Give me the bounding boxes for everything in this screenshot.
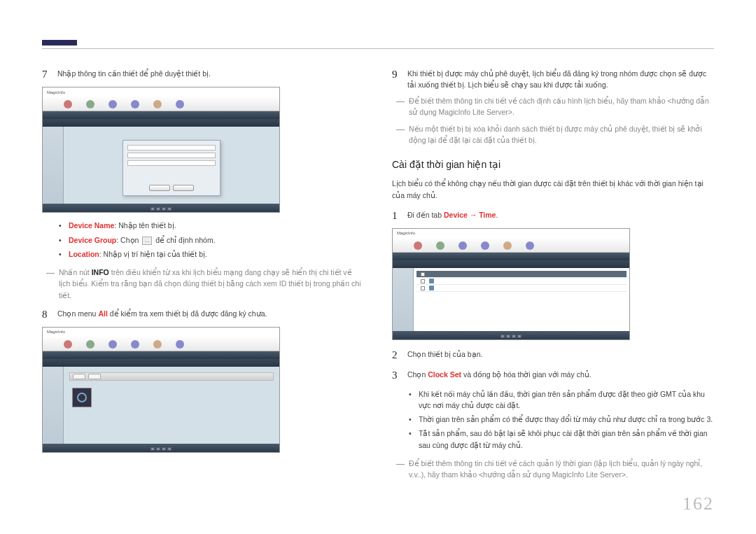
ss-tbtn: [73, 374, 85, 379]
ss-nav-icon: [153, 100, 162, 108]
screenshot-all-menu: MagicInfo: [42, 327, 280, 453]
bullet-item: • Khi kết nối máy chủ lần đầu, thời gian…: [409, 388, 714, 412]
ss-nav-icon: [176, 340, 184, 349]
ss-ok-button: [149, 185, 170, 191]
bullet-location: • Location: Nhập vị trí hiện tại của thi…: [59, 248, 364, 260]
ss-nav-icon: [526, 241, 534, 250]
label-device-name: Device Name: [69, 221, 114, 230]
step-number: 2: [392, 347, 407, 363]
ss-field: [127, 145, 216, 150]
ss-dialog: [122, 140, 220, 196]
step-text: Chọn Clock Set và đồng bộ hóa thời gian …: [407, 367, 714, 380]
ss-device-thumb: [72, 388, 92, 407]
ss-checkbox: [421, 279, 425, 283]
ss-row-icon: [429, 279, 434, 283]
ss-titlebar: MagicInfo: [43, 328, 279, 337]
step-text: Đi đến tab Device → Time.: [407, 208, 714, 220]
ss-footer: [43, 204, 279, 212]
page-number: 162: [682, 493, 714, 514]
ss-nav-icon: [481, 241, 489, 250]
step-1: 1 Đi đến tab Device → Time.: [392, 208, 714, 224]
ss-titlebar: MagicInfo: [43, 87, 279, 97]
t: Chọn: [407, 370, 428, 379]
intro-text: Lịch biểu có thể không chạy nếu thời gia…: [392, 178, 714, 201]
ss-nav-icon: [108, 100, 117, 108]
text: : Nhập tên thiết bị.: [114, 221, 176, 230]
note-text: Để biết thêm thông tin chi tiết về cách …: [409, 458, 714, 481]
ss-sidebar: [393, 268, 414, 337]
ss-tabbar: [393, 253, 629, 260]
bullet-marker: •: [409, 388, 419, 412]
ss-table-header: [416, 271, 626, 278]
screenshot-device-time: MagicInfo: [392, 228, 630, 340]
ss-field: [127, 160, 216, 166]
header-accent-bar: [42, 40, 77, 45]
bullet-device-group: • Device Group: Chọn … để chỉ định nhóm.: [59, 234, 364, 246]
content-columns: 7 Nhập thông tin cần thiết để phê duyệt …: [42, 66, 714, 486]
ss-nav-icon: [503, 241, 512, 250]
ss-toolbar: [393, 239, 629, 253]
ss-row-icon: [429, 286, 434, 290]
step-8: 8 Chọn menu All để kiểm tra xem thiết bị…: [42, 307, 364, 323]
bullet-marker: •: [59, 234, 69, 246]
ss-subbar: [43, 359, 279, 367]
ss-toolbar: [43, 337, 279, 351]
ss-footer-icons: [151, 207, 172, 211]
ss-table-row: [416, 278, 626, 285]
step-text: Chọn menu All để kiểm tra xem thiết bị đ…: [57, 307, 364, 319]
ss-footer-icons: [501, 335, 522, 338]
device-time-label: Device → Time: [444, 211, 496, 219]
ss-main: [64, 127, 279, 209]
bullet-item: • Thời gian trên sản phẩm có thể được th…: [409, 414, 714, 425]
ss-nav-icon: [436, 241, 444, 250]
note-schedule-config: ― Để biết thêm thông tin chi tiết về các…: [396, 95, 714, 118]
step-text: Chọn thiết bị của bạn.: [407, 347, 714, 360]
step-number: 7: [42, 66, 57, 83]
ss-field: [127, 153, 216, 158]
all-label: All: [98, 309, 107, 318]
note-text: Nhấn nút INFO trên điều khiển từ xa khi …: [59, 267, 364, 301]
step-number: 9: [392, 66, 407, 83]
ss-sidebar: [43, 127, 64, 209]
ss-brand: MagicInfo: [47, 329, 65, 335]
bullet-item: • Tắt sản phẩm, sau đó bật lại sẽ khôi p…: [409, 428, 714, 451]
ss-subbar: [393, 260, 629, 268]
header-divider: [42, 48, 714, 49]
time-bullets: • Khi kết nối máy chủ lần đầu, thời gian…: [409, 388, 714, 451]
ss-table-row: [416, 285, 626, 292]
label-device-group: Device Group: [69, 236, 116, 244]
step-text: Khi thiết bị được máy chủ phê duyệt, lịc…: [407, 66, 714, 91]
ss-checkbox: [421, 272, 425, 276]
ss-footer: [393, 331, 629, 339]
ss-subbar: [43, 119, 279, 127]
dash-icon: ―: [396, 95, 409, 118]
t: để kiểm tra xem thiết bị đã được đăng ký…: [108, 309, 267, 318]
ss-body: [393, 268, 629, 337]
ss-nav-icon: [86, 100, 94, 108]
right-column: 9 Khi thiết bị được máy chủ phê duyệt, l…: [392, 66, 714, 486]
ss-brand: MagicInfo: [397, 230, 415, 237]
ss-nav-icon: [131, 340, 139, 349]
ss-nav-icon: [176, 100, 184, 108]
t: Nhấn nút: [59, 268, 92, 276]
ss-body: [43, 367, 279, 449]
bullet-text: Device Group: Chọn … để chỉ định nhóm.: [69, 234, 364, 246]
ss-body: [43, 127, 279, 209]
ss-nav-icon: [153, 340, 162, 349]
bullet-marker: •: [59, 220, 69, 231]
note-text: Nếu một thiết bị bị xóa khỏi danh sách t…: [409, 123, 714, 146]
step-number: 8: [42, 307, 57, 323]
text: : Chọn: [116, 236, 141, 244]
ss-titlebar: MagicInfo: [393, 229, 629, 239]
bullet-text: Tắt sản phẩm, sau đó bật lại sẽ khôi phụ…: [419, 428, 714, 451]
bullet-text: Thời gian trên sản phẩm có thể được thay…: [419, 414, 714, 425]
bullet-device-name: • Device Name: Nhập tên thiết bị.: [59, 220, 364, 231]
group-browse-icon: …: [142, 237, 152, 245]
label-location: Location: [69, 250, 99, 258]
left-column: 7 Nhập thông tin cần thiết để phê duyệt …: [42, 66, 364, 486]
t: và đồng bộ hóa thời gian với máy chủ.: [461, 370, 592, 379]
dash-icon: ―: [46, 267, 59, 301]
t: Chọn menu: [57, 309, 98, 318]
bullet-marker: •: [409, 414, 419, 425]
note-time-management: ― Để biết thêm thông tin chi tiết về các…: [396, 458, 714, 481]
